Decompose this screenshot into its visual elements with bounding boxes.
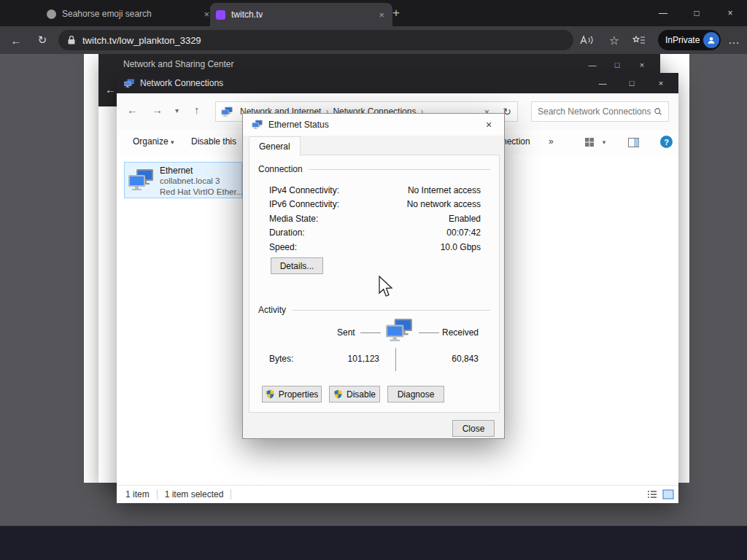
view-dropdown-icon[interactable]: ▾ [597,135,611,149]
disable-button[interactable]: Disable [329,386,380,402]
connection-group-label: Connection [258,164,303,174]
nsc-close-button[interactable]: × [630,57,654,73]
dialog-ethernet-icon [252,120,263,130]
nc-minimize-button[interactable]: — [588,75,617,91]
uac-shield-icon [266,389,275,399]
nc-status-bar: 1 item 1 item selected [117,485,678,503]
row-ipv6: IPv6 Connectivity:No network access [269,198,481,212]
item-device-name: Red Hat VirtIO Ether... [160,187,243,196]
thumbnail-view-icon[interactable] [662,489,674,500]
row-media-state: Media State:Enabled [269,211,481,226]
browser-refresh-button[interactable]: ↻ [32,30,53,50]
row-speed: Speed:10.0 Gbps [269,240,481,254]
tab2-close-icon[interactable]: × [376,9,387,20]
bytes-label: Bytes: [269,354,293,364]
status-item-count: 1 item [125,489,150,499]
taskbar: Search ^ 7:40 PM 11/2/2025 [0,526,747,560]
help-icon[interactable]: ? [660,136,673,148]
close-button[interactable]: Close [452,420,495,437]
item-network-name: collabnet.local 3 [160,176,220,185]
tab2-title: twitch.tv [231,9,263,20]
bytes-received-value: 60,843 [452,354,479,364]
nc-window-icon [124,79,134,88]
nc-title-bar: Network Connections — □ × [117,73,678,93]
browser-minimize-button[interactable]: — [646,1,680,26]
nc-recent-dropdown-icon[interactable]: ▾ [175,106,179,114]
inprivate-label: InPrivate [665,35,700,45]
site-info-lock-icon[interactable] [67,35,76,45]
inprivate-badge[interactable]: InPrivate [658,30,721,50]
activity-group-header: Activity [258,305,490,315]
item-name: Ethernet [160,166,193,176]
nc-maximize-button[interactable]: □ [617,75,646,91]
nc-back-icon[interactable]: ← [127,104,138,116]
browser-menu-dots-icon[interactable]: … [724,30,744,50]
row-duration: Duration:00:07:42 [269,226,481,241]
organize-button[interactable]: Organize ▾ [133,136,174,147]
status-separator2 [231,489,231,499]
address-bar[interactable]: twitch.tv/low_plankton_3329 [58,30,573,50]
tab2-favicon [216,10,225,20]
browser-tab-bar: Seahorse emoji search × twitch.tv × + — … [0,0,747,26]
activity-group-label: Activity [258,305,286,315]
nsc-maximize-button[interactable]: □ [605,57,630,73]
search-icon[interactable] [654,106,662,117]
sent-label: Sent [337,327,355,338]
profile-avatar[interactable] [703,32,719,48]
nc-search-input[interactable] [532,106,654,117]
browser-restore-button[interactable]: □ [680,1,713,26]
nsc-back-icon[interactable]: ← [105,83,116,96]
nsc-minimize-button[interactable]: — [580,57,605,73]
nc-window-title: Network Connections [140,78,223,88]
browser-window-controls: — □ × [646,0,747,26]
add-favorite-star-icon[interactable]: ☆ [604,30,624,50]
command-overflow-icon[interactable]: » [549,136,554,147]
nc-address-icon [221,106,233,117]
properties-button[interactable]: Properties [262,386,322,402]
received-connector [419,332,439,333]
dialog-title-bar: Ethernet Status × [243,114,504,136]
browser-close-button[interactable]: × [713,1,747,26]
read-aloud-icon[interactable] [576,30,597,50]
tab1-title: Seahorse emoji search [62,9,152,19]
bytes-divider [395,348,396,371]
dialog-close-icon[interactable]: × [473,114,504,136]
sent-connector [360,332,381,333]
favorites-bar-icon[interactable] [629,30,649,50]
row-ipv4: IPv4 Connectivity:No Internet access [269,183,481,198]
activity-computer-icon [385,317,413,343]
disable-device-button[interactable]: Disable this [191,136,236,147]
status-view-toggles [646,489,674,500]
nsc-window-controls: — □ × [580,57,654,73]
details-view-icon[interactable] [646,489,658,500]
list-item-ethernet[interactable]: Ethernet collabnet.local 3 Red Hat VirtI… [124,162,242,198]
details-button[interactable]: Details... [271,257,323,274]
bytes-sent-value: 101,123 [330,354,379,364]
nc-search-box[interactable] [531,101,669,122]
nc-forward-icon[interactable]: → [152,104,163,116]
tab1-favicon [47,9,56,19]
tab-twitch[interactable]: twitch.tv × [210,3,392,26]
received-label: Received [442,327,479,338]
browser-toolbar: ← ↻ twitch.tv/low_plankton_3329 ☆ InPriv… [0,26,747,54]
browser-back-button[interactable]: ← [6,30,26,50]
rename-connection-button-clipped[interactable]: nection [502,136,530,147]
status-selected-count: 1 item selected [165,489,224,499]
view-tiles-icon[interactable] [582,135,597,149]
url-text: twitch.tv/low_plankton_3329 [82,35,201,46]
tab-general[interactable]: General [249,136,301,156]
diagnose-button[interactable]: Diagnose [387,386,444,402]
nc-up-icon[interactable]: ↑ [194,104,200,116]
dialog-tab-page: Connection IPv4 Connectivity:No Internet… [249,155,500,413]
tab-seahorse-emoji-search[interactable]: Seahorse emoji search × [41,4,217,24]
connection-rows: IPv4 Connectivity:No Internet access IPv… [269,183,481,254]
nc-close-button[interactable]: × [646,75,676,91]
preview-pane-icon[interactable] [626,135,640,149]
ethernet-status-dialog[interactable]: Ethernet Status × General Connection IPv… [242,113,505,439]
new-tab-button[interactable]: + [387,4,405,22]
ethernet-adapter-icon [128,168,154,192]
nsc-window-title: Network and Sharing Center [123,59,233,69]
status-separator [157,489,158,499]
organize-dropdown-icon: ▾ [171,139,174,146]
nc-window-controls: — □ × [588,75,676,91]
